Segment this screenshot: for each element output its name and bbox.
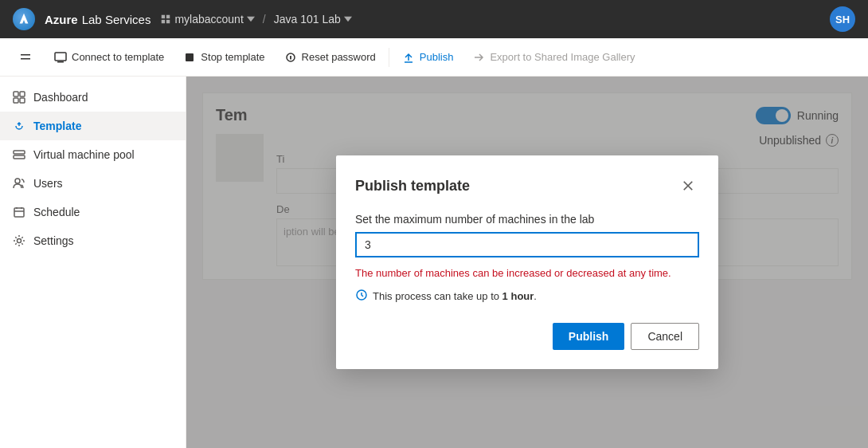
sidebar-item-settings[interactable]: Settings bbox=[0, 226, 186, 255]
svg-rect-2 bbox=[162, 20, 165, 23]
export-button[interactable]: Export to Shared Image Gallery bbox=[463, 46, 644, 69]
svg-rect-5 bbox=[57, 61, 64, 63]
sidebar-label-schedule: Schedule bbox=[33, 206, 80, 218]
publish-button[interactable]: Publish bbox=[393, 46, 463, 69]
main-layout: Dashboard Template Virtual machine pool … bbox=[0, 77, 868, 448]
svg-rect-9 bbox=[14, 92, 18, 96]
sidebar-item-template[interactable]: Template bbox=[0, 112, 186, 140]
sidebar: Dashboard Template Virtual machine pool … bbox=[0, 77, 186, 448]
azure-logo bbox=[13, 8, 35, 30]
max-machines-input[interactable] bbox=[355, 232, 699, 257]
connect-template-button[interactable]: Connect to template bbox=[45, 46, 174, 69]
sidebar-item-users[interactable]: Users bbox=[0, 169, 186, 198]
max-machines-label: Set the maximum number of machines in th… bbox=[355, 213, 699, 226]
modal-overlay: Publish template Set the maximum number … bbox=[186, 77, 868, 448]
azure-label: Azure bbox=[45, 13, 78, 26]
sidebar-label-vm-pool: Virtual machine pool bbox=[33, 148, 135, 161]
topbar: Azure Lab Services mylabaccount / Java 1… bbox=[0, 0, 868, 38]
svg-rect-1 bbox=[166, 15, 170, 18]
stop-template-button[interactable]: Stop template bbox=[174, 46, 274, 69]
sidebar-item-vm-pool[interactable]: Virtual machine pool bbox=[0, 140, 186, 169]
toolbar-divider bbox=[389, 48, 389, 67]
sidebar-label-users: Users bbox=[33, 177, 63, 190]
svg-rect-0 bbox=[162, 15, 165, 18]
app-brand: Azure Lab Services bbox=[45, 13, 151, 26]
svg-rect-14 bbox=[14, 155, 25, 159]
modal-close-button[interactable] bbox=[677, 175, 699, 197]
modal-header: Publish template bbox=[355, 175, 699, 197]
svg-rect-11 bbox=[14, 98, 18, 103]
modal-footer: Publish Cancel bbox=[355, 323, 699, 350]
modal-cancel-button[interactable]: Cancel bbox=[631, 323, 699, 350]
publish-modal: Publish template Set the maximum number … bbox=[336, 155, 718, 369]
sidebar-label-settings: Settings bbox=[33, 234, 74, 247]
svg-rect-3 bbox=[166, 20, 170, 23]
clock-icon bbox=[355, 289, 368, 304]
sidebar-label-dashboard: Dashboard bbox=[33, 91, 88, 104]
svg-rect-6 bbox=[186, 53, 194, 61]
duration-hint: This process can take up to 1 hour. bbox=[355, 289, 699, 304]
sidebar-toggle[interactable] bbox=[13, 45, 38, 70]
machines-hint: The number of machines can be increased … bbox=[355, 267, 699, 279]
content-area: Tem Running Unpublished i Ti bbox=[186, 77, 868, 448]
lab-link[interactable]: Java 101 Lab bbox=[274, 13, 352, 26]
sidebar-label-template: Template bbox=[33, 120, 81, 132]
svg-point-17 bbox=[18, 239, 22, 243]
modal-title: Publish template bbox=[355, 178, 470, 195]
service-label: Lab Services bbox=[82, 13, 151, 26]
topbar-nav: mylabaccount / Java 101 Lab bbox=[160, 13, 351, 26]
svg-rect-13 bbox=[14, 151, 25, 154]
account-link[interactable]: mylabaccount bbox=[160, 13, 254, 26]
modal-publish-button[interactable]: Publish bbox=[553, 323, 625, 350]
svg-rect-10 bbox=[20, 92, 25, 96]
svg-rect-4 bbox=[55, 53, 66, 61]
sidebar-item-schedule[interactable]: Schedule bbox=[0, 198, 186, 226]
svg-rect-12 bbox=[20, 98, 25, 103]
toolbar: Connect to template Stop template Reset … bbox=[0, 38, 868, 77]
sidebar-item-dashboard[interactable]: Dashboard bbox=[0, 83, 186, 112]
svg-point-15 bbox=[15, 179, 20, 183]
modal-body: Set the maximum number of machines in th… bbox=[355, 213, 699, 304]
reset-password-button[interactable]: Reset password bbox=[275, 46, 385, 69]
user-avatar[interactable]: SH bbox=[830, 6, 855, 32]
svg-rect-16 bbox=[14, 208, 24, 217]
